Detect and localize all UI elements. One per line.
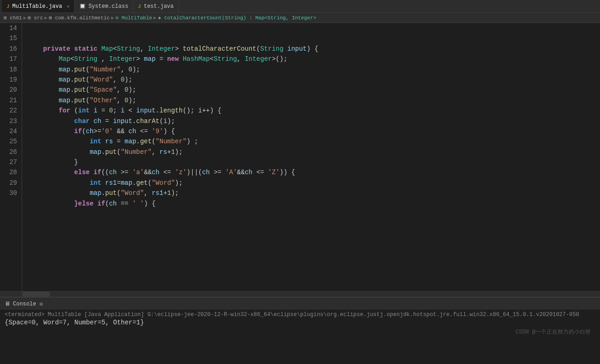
line-17: map.put("Number", 0); bbox=[28, 65, 594, 75]
java-file-icon: J bbox=[6, 4, 10, 9]
line-28: int rs1=map.get("Word"); bbox=[28, 178, 594, 188]
line-24: int rs = map.get("Number") ; bbox=[28, 136, 594, 147]
console-terminated-text: <terminated> MultiTable [Java Applicatio… bbox=[5, 311, 595, 318]
console-output: {Space=0, Word=7, Number=5, Other=1} bbox=[5, 319, 595, 326]
line-numbers: 14 15 16 17 18 19 20 21 22 23 24 25 26 2… bbox=[0, 23, 22, 291]
tab-bar: J MultiTable.java ✕ 🔲 System.class J tes… bbox=[0, 0, 600, 13]
line-19: map.put("Space", 0); bbox=[28, 85, 594, 95]
console-icon: 🖥 bbox=[5, 300, 10, 307]
breadcrumb-ch01: ⊞ ch01 bbox=[4, 15, 22, 21]
line-21: for (int i = 0; i < input.length(); i++)… bbox=[28, 106, 594, 116]
line-25: map.put("Number", rs+1); bbox=[28, 147, 594, 157]
line-16: Map<String , Integer> map = new HashMap<… bbox=[28, 54, 594, 64]
test-java-icon: J bbox=[138, 4, 141, 9]
breadcrumb-package: ⊞ com.kfm.alithmetic bbox=[49, 15, 110, 21]
breadcrumb-method: ◈ totalCharacterCount(String) : Map<Stri… bbox=[158, 15, 316, 21]
code-lines[interactable]: private static Map<String, Integer> tota… bbox=[22, 23, 600, 291]
editor-horizontal-scrollbar[interactable] bbox=[0, 291, 600, 297]
line-15: private static Map<String, Integer> tota… bbox=[28, 44, 594, 54]
line-26: } bbox=[28, 157, 594, 167]
line-23: if(ch>='0' && ch <= '9') { bbox=[28, 126, 594, 136]
tab-multitable-close[interactable]: ✕ bbox=[67, 4, 70, 9]
code-editor[interactable]: 14 15 16 17 18 19 20 21 22 23 24 25 26 2… bbox=[0, 23, 600, 291]
console-body: <terminated> MultiTable [Java Applicatio… bbox=[0, 310, 600, 351]
line-27: else if((ch >= 'a'&&ch <= 'z')||(ch >= '… bbox=[28, 167, 594, 177]
tab-system[interactable]: 🔲 System.class bbox=[75, 0, 133, 12]
breadcrumb-class: ⊙ MultiTable bbox=[116, 15, 152, 21]
tab-system-label: System.class bbox=[89, 3, 128, 10]
tab-test[interactable]: J test.java bbox=[133, 0, 178, 12]
console-watermark: CSDN @一个正在努力的小白呀 bbox=[5, 328, 595, 336]
console-header: 🖥 Console ☒ bbox=[0, 297, 600, 310]
tab-multitable[interactable]: J MultiTable.java ✕ bbox=[2, 0, 75, 12]
line-22: char ch = input.charAt(i); bbox=[28, 116, 594, 126]
tab-test-label: test.java bbox=[144, 3, 174, 10]
breadcrumb-src: ⊞ src bbox=[28, 15, 43, 21]
console-title: Console ☒ bbox=[13, 300, 43, 307]
line-18: map.put("Word", 0); bbox=[28, 75, 594, 85]
breadcrumb: ⊞ ch01 ▶ ⊞ src ▶ ⊞ com.kfm.alithmetic ▶ … bbox=[0, 13, 600, 23]
line-29: map.put("Word", rs1+1); bbox=[28, 188, 594, 198]
tab-multitable-label: MultiTable.java bbox=[12, 3, 62, 10]
line-20: map.put("Other", 0); bbox=[28, 95, 594, 106]
line-14 bbox=[28, 33, 594, 43]
line-30: }else if(ch == ' ') { bbox=[28, 199, 594, 209]
class-file-icon: 🔲 bbox=[79, 3, 86, 9]
